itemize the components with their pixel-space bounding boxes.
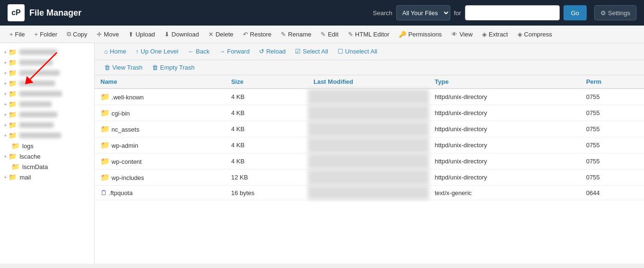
cell-last-modified [308, 89, 429, 105]
cell-last-modified [308, 170, 429, 186]
go-button[interactable]: Go [564, 5, 587, 20]
forward-button[interactable]: → Forward [215, 46, 253, 57]
reload-button[interactable]: ↺ Reload [255, 46, 289, 57]
checkbox-checked-icon: ☑ [295, 48, 301, 55]
main-container: + 📁 + 📁 + 📁 + 📁 + 📁 + 📁 [0, 43, 644, 264]
folder-icon: 📁 [9, 121, 17, 129]
cell-name: 📁 .well-known [95, 89, 225, 105]
folder-icon: 📁 [9, 100, 17, 108]
html-editor-button[interactable]: ✎ HTML Editor [344, 29, 393, 40]
sidebar-item-lscache[interactable]: + 📁 lscache [0, 151, 94, 161]
expand-icon: + [4, 91, 7, 97]
rename-button[interactable]: ✎ Rename [277, 29, 315, 40]
extract-button[interactable]: ◈ Extract [478, 29, 511, 40]
table-row[interactable]: 📁 wp-content 4 KB httpd/unix-directory 0… [95, 153, 644, 170]
col-type[interactable]: Type [429, 75, 581, 89]
restore-icon: ↶ [243, 31, 248, 38]
new-file-button[interactable]: + File [6, 29, 29, 40]
col-size[interactable]: Size [225, 75, 308, 89]
up-arrow-icon: ↑ [136, 48, 139, 55]
app-logo: cP File Manager [8, 4, 81, 21]
cell-type: httpd/unix-directory [429, 105, 581, 121]
permissions-button[interactable]: 🔑 Permissions [395, 29, 446, 40]
cell-size: 4 KB [225, 121, 308, 137]
folder-icon: 📁 [9, 111, 17, 118]
search-for-label: for [454, 9, 461, 17]
search-area: Search All Your Files File Name File Con… [373, 5, 636, 20]
table-row[interactable]: 📁 wp-admin 4 KB httpd/unix-directory 075… [95, 137, 644, 153]
search-input[interactable] [465, 5, 560, 20]
sidebar-item-8[interactable]: + 📁 [0, 120, 94, 130]
sidebar-item-1[interactable]: + 📁 [0, 47, 94, 57]
table-row[interactable]: 📁 wp-includes 12 KB httpd/unix-directory… [95, 170, 644, 186]
sidebar-item-2[interactable]: + 📁 [0, 57, 94, 68]
back-arrow-icon: ← [188, 48, 194, 55]
sidebar-item-7[interactable]: + 📁 [0, 109, 94, 120]
cell-perm: 0755 [581, 137, 644, 153]
view-button[interactable]: 👁 View [447, 29, 476, 40]
file-nav-row2: 🗑 View Trash 🗑 Empty Trash [95, 60, 644, 75]
move-button[interactable]: ✛ Move [93, 29, 123, 40]
cell-size: 12 KB [225, 170, 308, 186]
sidebar-item-logs[interactable]: 📁 logs [0, 141, 94, 151]
trash-icon: 🗑 [104, 64, 110, 71]
file-table: Name Size Last Modified Type Perm 📁 .wel… [95, 75, 644, 264]
sidebar-item-4[interactable]: + 📁 [0, 78, 94, 89]
table-row[interactable]: 📁 .well-known 4 KB httpd/unix-directory … [95, 89, 644, 105]
folder-icon: 📁 [100, 173, 110, 181]
sidebar-item-9[interactable]: + 📁 [0, 130, 94, 141]
restore-button[interactable]: ↶ Restore [239, 29, 276, 40]
delete-button[interactable]: ✕ Delete [205, 29, 237, 40]
cell-name: 📁 wp-content [95, 153, 225, 170]
expand-icon: + [4, 112, 7, 117]
cell-perm: 0755 [581, 89, 644, 105]
table-row[interactable]: 📁 nc_assets 4 KB httpd/unix-directory 07… [95, 121, 644, 137]
expand-icon: + [4, 133, 7, 138]
sidebar-item-3[interactable]: + 📁 [0, 68, 94, 78]
table-row[interactable]: 📁 cgi-bin 4 KB httpd/unix-directory 0755 [95, 105, 644, 121]
cell-size: 4 KB [225, 137, 308, 153]
sidebar-item-5[interactable]: + 📁 [0, 89, 94, 99]
settings-button[interactable]: ⚙ Settings [594, 5, 636, 20]
folder-icon: 📁 [9, 48, 17, 56]
cell-perm: 0755 [581, 105, 644, 121]
folder-icon: 📁 [9, 80, 17, 87]
expand-icon: + [4, 153, 7, 159]
up-one-level-button[interactable]: ↑ Up One Level [132, 46, 182, 57]
expand-icon: + [4, 70, 7, 76]
expand-icon: + [4, 174, 7, 180]
home-icon: ⌂ [104, 48, 108, 55]
col-name[interactable]: Name [95, 75, 225, 89]
app-title: File Manager [29, 8, 81, 18]
view-trash-button[interactable]: 🗑 View Trash [100, 62, 146, 73]
sidebar-item-6[interactable]: + 📁 [0, 99, 94, 109]
search-scope-select[interactable]: All Your Files File Name File Content [396, 5, 450, 20]
cell-last-modified [308, 153, 429, 170]
compress-button[interactable]: ◈ Compress [514, 29, 556, 40]
cell-last-modified [308, 105, 429, 121]
new-folder-button[interactable]: + Folder [31, 29, 61, 40]
cell-size: 4 KB [225, 153, 308, 170]
col-last-modified[interactable]: Last Modified [308, 75, 429, 89]
cell-last-modified [308, 186, 429, 200]
expand-icon: + [4, 60, 7, 65]
folder-icon: 📁 [100, 157, 110, 165]
download-button[interactable]: ⬇ Download [161, 29, 203, 40]
sidebar-item-mail[interactable]: + 📁 mail [0, 172, 94, 182]
col-perm[interactable]: Perm [581, 75, 644, 89]
edit-button[interactable]: ✎ Edit [317, 29, 342, 40]
back-button[interactable]: ← Back [184, 46, 214, 57]
table-row[interactable]: 🗒 .ftpquota 16 bytes text/x-generic 0644 [95, 186, 644, 200]
empty-trash-button[interactable]: 🗑 Empty Trash [148, 62, 198, 73]
copy-button[interactable]: ⧉ Copy [63, 28, 91, 40]
copy-icon: ⧉ [67, 30, 71, 38]
view-icon: 👁 [451, 31, 457, 38]
compress-icon: ◈ [518, 31, 522, 38]
select-all-button[interactable]: ☑ Select All [291, 46, 331, 57]
unselect-all-button[interactable]: ☐ Unselect All [334, 46, 381, 57]
file-icon: 🗒 [100, 189, 107, 197]
edit-icon: ✎ [321, 31, 326, 38]
upload-button[interactable]: ⬆ Upload [125, 29, 159, 40]
sidebar-item-lscmdata[interactable]: 📁 lscmData [0, 161, 94, 172]
home-button[interactable]: ⌂ Home [100, 46, 130, 57]
